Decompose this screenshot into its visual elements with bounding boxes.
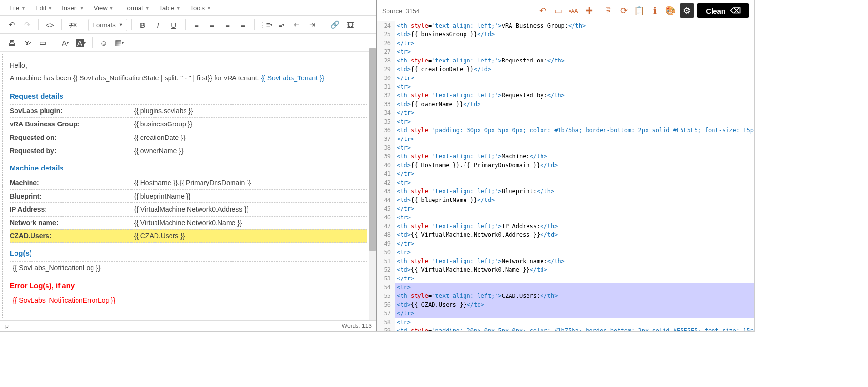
intro-text: A machine has been {{ SovLabs_Notificati… (10, 73, 367, 83)
toolbar-second: 🖶 👁 ▭ A▾ A▾ ☺ ▦▾ (0, 34, 376, 52)
table-row: Requested by:{{ ownerName }} (10, 144, 367, 157)
code-line[interactable]: 54<tr> (377, 283, 754, 292)
link-icon[interactable]: 🔗 (328, 18, 342, 31)
code-line[interactable]: 55<th style="text-align: left;">CZAD.Use… (377, 292, 754, 300)
image-icon[interactable]: 🖼 (343, 18, 358, 31)
code-line[interactable]: 53</tr> (377, 274, 754, 283)
error-logs-table: {{ SovLabs_NotificationErrorLog }} (10, 294, 367, 307)
export-icon[interactable]: ⎘ (602, 4, 615, 17)
code-line[interactable]: 28<th style="text-align: left;">Requeste… (377, 56, 754, 65)
code-line[interactable]: 45</tr> (377, 204, 754, 213)
code-line[interactable]: 50<tr> (377, 248, 754, 257)
table-row: Machine:{{ Hostname }}.{{ PrimaryDnsDoma… (10, 176, 367, 189)
info-icon[interactable]: ℹ (649, 4, 661, 17)
code-line[interactable]: 39<th style="text-align: left;">Machine:… (377, 152, 754, 161)
code-line[interactable]: 40<td>{{ Hostname }}.{{ PrimaryDnsDomain… (377, 161, 754, 170)
code-line[interactable]: 51<th style="text-align: left;">Network … (377, 257, 754, 265)
redo-icon[interactable]: ↷ (20, 18, 34, 31)
menu-format[interactable]: Format▼ (119, 2, 155, 14)
bullet-list-icon[interactable]: ⋮≡▾ (259, 18, 273, 31)
refresh-icon[interactable]: ⟳ (618, 4, 630, 17)
numbered-list-icon[interactable]: ≡▾ (274, 18, 289, 31)
code-line[interactable]: 57</tr> (377, 309, 754, 318)
emoticon-icon[interactable]: ☺ (96, 36, 111, 49)
code-line[interactable]: 59<td style="padding: 30px 0px 5px 0px; … (377, 326, 754, 331)
code-line[interactable]: 44<td>{{ blueprintName }}</td> (377, 196, 754, 204)
menu-table[interactable]: Table▼ (155, 2, 186, 14)
code-line[interactable]: 47<th style="text-align: left;">IP Addre… (377, 222, 754, 231)
code-line[interactable]: 42<tr> (377, 178, 754, 187)
font-size-icon[interactable]: ▪AA (567, 4, 580, 17)
code-line[interactable]: 30</tr> (377, 74, 754, 82)
menu-view[interactable]: View▼ (89, 2, 119, 14)
code-line[interactable]: 34</tr> (377, 108, 754, 117)
undo-icon[interactable]: ↶ (536, 4, 549, 17)
align-right-icon[interactable]: ≡ (220, 18, 235, 31)
text-color-icon[interactable]: A▾ (58, 36, 73, 49)
page-icon[interactable]: ▭ (552, 4, 564, 17)
add-icon[interactable]: ✚ (583, 4, 595, 17)
bold-icon[interactable]: B (136, 18, 150, 31)
code-line[interactable]: 36<td style="padding: 30px 0px 5px 0px; … (377, 126, 754, 135)
align-center-icon[interactable]: ≡ (205, 18, 219, 31)
print-icon[interactable]: 🖶 (4, 36, 19, 49)
italic-icon[interactable]: I (151, 18, 166, 31)
menu-edit[interactable]: Edit▼ (31, 2, 57, 14)
menu-insert[interactable]: Insert▼ (57, 2, 89, 14)
section-machine-details: Machine details (10, 157, 367, 176)
code-line[interactable]: 25<td>{{ businessGroup }}</td> (377, 30, 754, 39)
settings-icon[interactable]: ⚙ (680, 3, 694, 18)
code-line[interactable]: 32<th style="text-align: left;">Requeste… (377, 91, 754, 100)
editor-content[interactable]: Hello, A machine has been {{ SovLabs_Not… (2, 54, 374, 318)
statusbar: p Words: 113 (0, 320, 376, 331)
table-icon[interactable]: ▦▾ (112, 36, 126, 49)
menu-file[interactable]: File▼ (4, 2, 31, 14)
word-count: Words: 113 (342, 323, 372, 329)
code-line[interactable]: 41</tr> (377, 170, 754, 178)
logs-table: {{ SovLabs_NotificationLog }} (10, 262, 367, 275)
code-line[interactable]: 38<tr> (377, 143, 754, 152)
code-line[interactable]: 58<tr> (377, 318, 754, 326)
code-line[interactable]: 56<td>{{ CZAD.Users }}</td> (377, 300, 754, 309)
code-line[interactable]: 37</tr> (377, 135, 754, 143)
template-icon[interactable]: ▭ (35, 36, 50, 49)
code-line[interactable]: 43<th style="text-align: left;">Blueprin… (377, 187, 754, 196)
clear-formatting-icon[interactable]: Tx (65, 18, 80, 31)
undo-icon[interactable]: ↶ (4, 18, 19, 31)
scrollbar-thumb[interactable] (369, 48, 376, 251)
formats-dropdown[interactable]: Formats▼ (88, 19, 127, 31)
underline-icon[interactable]: U (167, 18, 181, 31)
preview-icon[interactable]: 👁 (20, 36, 34, 49)
menu-tools[interactable]: Tools▼ (186, 2, 216, 14)
source-code-area[interactable]: 24<th style="text-align: left;">vRA Busi… (377, 21, 754, 331)
clipboard-icon[interactable]: 📋 (633, 4, 646, 17)
code-line[interactable]: 26</tr> (377, 39, 754, 47)
code-line[interactable]: 27<tr> (377, 47, 754, 56)
background-color-icon[interactable]: A▾ (74, 36, 88, 49)
machine-details-table: Machine:{{ Hostname }}.{{ PrimaryDnsDoma… (10, 176, 367, 243)
source-label: Source: 3154 (382, 7, 419, 15)
table-row: Blueprint:{{ blueprintName }} (10, 189, 367, 202)
clean-button[interactable]: Clean⌫ (697, 3, 749, 18)
code-line[interactable]: 46<tr> (377, 213, 754, 222)
code-line[interactable]: 35<tr> (377, 117, 754, 126)
regards-text: Regards, (10, 307, 367, 318)
menubar: File▼ Edit▼ Insert▼ View▼ Format▼ Table▼… (0, 0, 376, 16)
path-indicator[interactable]: p (5, 323, 9, 329)
code-line[interactable]: 52<td>{{ VirtualMachine.Network0.Name }}… (377, 265, 754, 274)
source-toolbar: ↶ ▭ ▪AA ✚ ⎘ ⟳ 📋 ℹ 🎨 ⚙ Clean⌫ (536, 3, 749, 18)
palette-icon[interactable]: 🎨 (664, 4, 677, 17)
code-line[interactable]: 48<td>{{ VirtualMachine.Network0.Address… (377, 231, 754, 239)
align-left-icon[interactable]: ≡ (189, 18, 204, 31)
wysiwyg-editor: File▼ Edit▼ Insert▼ View▼ Format▼ Table▼… (0, 0, 377, 331)
table-row: vRA Business Group:{{ businessGroup }} (10, 118, 367, 131)
outdent-icon[interactable]: ⇤ (290, 18, 304, 31)
code-line[interactable]: 33<td>{{ ownerName }}</td> (377, 100, 754, 108)
align-justify-icon[interactable]: ≡ (236, 18, 250, 31)
source-code-icon[interactable]: <> (43, 18, 57, 31)
indent-icon[interactable]: ⇥ (305, 18, 320, 31)
code-line[interactable]: 31<tr> (377, 82, 754, 91)
code-line[interactable]: 29<td>{{ creationDate }}</td> (377, 65, 754, 74)
code-line[interactable]: 24<th style="text-align: left;">vRA Busi… (377, 21, 754, 30)
code-line[interactable]: 49</tr> (377, 239, 754, 248)
